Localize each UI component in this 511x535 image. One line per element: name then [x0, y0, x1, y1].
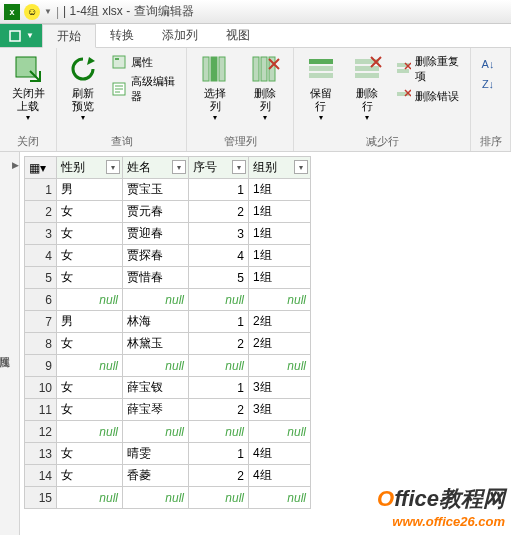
table-row[interactable]: 11女薛宝琴23组 [25, 399, 311, 421]
cell[interactable]: null [249, 487, 311, 509]
cell[interactable]: 女 [57, 201, 123, 223]
table-row[interactable]: 1男贾宝玉11组 [25, 179, 311, 201]
cell[interactable]: 晴雯 [123, 443, 189, 465]
remove-columns-button[interactable]: 删除 列 ▾ [242, 51, 288, 132]
cell[interactable]: 薛宝琴 [123, 399, 189, 421]
remove-rows-button[interactable]: 删除 行 ▾ [346, 51, 389, 132]
cell[interactable]: 女 [57, 245, 123, 267]
cell[interactable]: 薛宝钗 [123, 377, 189, 399]
col-header-seq[interactable]: 序号▾ [189, 157, 249, 179]
table-row[interactable]: 13女晴雯14组 [25, 443, 311, 465]
cell[interactable]: null [123, 421, 189, 443]
cell[interactable]: null [57, 289, 123, 311]
cell[interactable]: 女 [57, 465, 123, 487]
cell[interactable]: null [189, 487, 249, 509]
choose-columns-button[interactable]: 选择 列 ▾ [192, 51, 238, 132]
row-index-header[interactable]: ▦▾ [25, 157, 57, 179]
side-panel-collapsed[interactable]: ▶ 属性 [0, 152, 20, 535]
sort-asc-button[interactable]: A↓ [478, 55, 498, 73]
table-row[interactable]: 7男林海12组 [25, 311, 311, 333]
table-row[interactable]: 10女薛宝钗13组 [25, 377, 311, 399]
tab-start[interactable]: 开始 [42, 24, 96, 48]
cell[interactable]: 香菱 [123, 465, 189, 487]
col-header-name[interactable]: 姓名▾ [123, 157, 189, 179]
cell[interactable]: 男 [57, 179, 123, 201]
cell[interactable]: 2 [189, 201, 249, 223]
cell[interactable]: 1 [189, 311, 249, 333]
cell[interactable]: 2组 [249, 333, 311, 355]
cell[interactable]: 3组 [249, 377, 311, 399]
filter-dropdown-icon[interactable]: ▾ [232, 160, 246, 174]
table-row[interactable]: 6nullnullnullnull [25, 289, 311, 311]
cell[interactable]: 2 [189, 399, 249, 421]
cell[interactable]: 男 [57, 311, 123, 333]
refresh-preview-button[interactable]: 刷新 预览 ▾ [62, 51, 105, 132]
cell[interactable]: 女 [57, 399, 123, 421]
cell[interactable]: null [123, 355, 189, 377]
table-row[interactable]: 8女林黛玉22组 [25, 333, 311, 355]
cell[interactable]: 女 [57, 443, 123, 465]
table-row[interactable]: 5女贾惜春51组 [25, 267, 311, 289]
keep-rows-button[interactable]: 保留 行 ▾ [299, 51, 342, 132]
cell[interactable]: 贾探春 [123, 245, 189, 267]
cell[interactable]: 贾元春 [123, 201, 189, 223]
qat-dropdown-icon[interactable]: ▼ [44, 7, 52, 16]
cell[interactable]: null [249, 355, 311, 377]
cell[interactable]: 林黛玉 [123, 333, 189, 355]
cell[interactable]: 3 [189, 223, 249, 245]
remove-duplicates-button[interactable]: 删除重复项 [393, 53, 465, 85]
cell[interactable]: null [189, 355, 249, 377]
cell[interactable]: null [57, 421, 123, 443]
cell[interactable]: 1组 [249, 245, 311, 267]
cell[interactable]: 贾宝玉 [123, 179, 189, 201]
cell[interactable]: 3组 [249, 399, 311, 421]
cell[interactable]: 1组 [249, 201, 311, 223]
cell[interactable]: 1 [189, 179, 249, 201]
cell[interactable]: 4组 [249, 443, 311, 465]
cell[interactable]: 女 [57, 333, 123, 355]
cell[interactable]: 1组 [249, 179, 311, 201]
filter-dropdown-icon[interactable]: ▾ [106, 160, 120, 174]
cell[interactable]: null [189, 421, 249, 443]
close-and-load-button[interactable]: 关闭并 上载 ▾ [5, 51, 51, 132]
properties-button[interactable]: 属性 [109, 53, 181, 71]
tab-view[interactable]: 视图 [212, 24, 264, 47]
cell[interactable]: null [249, 421, 311, 443]
cell[interactable]: 4 [189, 245, 249, 267]
cell[interactable]: 1 [189, 377, 249, 399]
tab-addcolumn[interactable]: 添加列 [148, 24, 212, 47]
remove-errors-button[interactable]: 删除错误 [393, 87, 465, 105]
table-row[interactable]: 3女贾迎春31组 [25, 223, 311, 245]
table-row[interactable]: 12nullnullnullnull [25, 421, 311, 443]
cell[interactable]: 5 [189, 267, 249, 289]
filter-dropdown-icon[interactable]: ▾ [172, 160, 186, 174]
cell[interactable]: 林海 [123, 311, 189, 333]
cell[interactable]: 1组 [249, 223, 311, 245]
cell[interactable]: 2 [189, 333, 249, 355]
cell[interactable]: 女 [57, 267, 123, 289]
advanced-editor-button[interactable]: 高级编辑器 [109, 73, 181, 105]
cell[interactable]: 2组 [249, 311, 311, 333]
cell[interactable]: 1组 [249, 267, 311, 289]
table-row[interactable]: 2女贾元春21组 [25, 201, 311, 223]
table-row[interactable]: 15nullnullnullnull [25, 487, 311, 509]
cell[interactable]: 2 [189, 465, 249, 487]
filter-dropdown-icon[interactable]: ▾ [294, 160, 308, 174]
cell[interactable]: null [123, 487, 189, 509]
cell[interactable]: null [57, 355, 123, 377]
cell[interactable]: 贾迎春 [123, 223, 189, 245]
col-header-gender[interactable]: 性别▾ [57, 157, 123, 179]
cell[interactable]: 女 [57, 223, 123, 245]
cell[interactable]: null [57, 487, 123, 509]
table-row[interactable]: 14女香菱24组 [25, 465, 311, 487]
tab-transform[interactable]: 转换 [96, 24, 148, 47]
col-header-group[interactable]: 组别▾ [249, 157, 311, 179]
sort-desc-button[interactable]: Z↓ [478, 75, 498, 93]
table-row[interactable]: 9nullnullnullnull [25, 355, 311, 377]
cell[interactable]: null [249, 289, 311, 311]
table-row[interactable]: 4女贾探春41组 [25, 245, 311, 267]
cell[interactable]: 4组 [249, 465, 311, 487]
cell[interactable]: 女 [57, 377, 123, 399]
file-tab[interactable]: ▼ [0, 24, 42, 47]
cell[interactable]: null [189, 289, 249, 311]
